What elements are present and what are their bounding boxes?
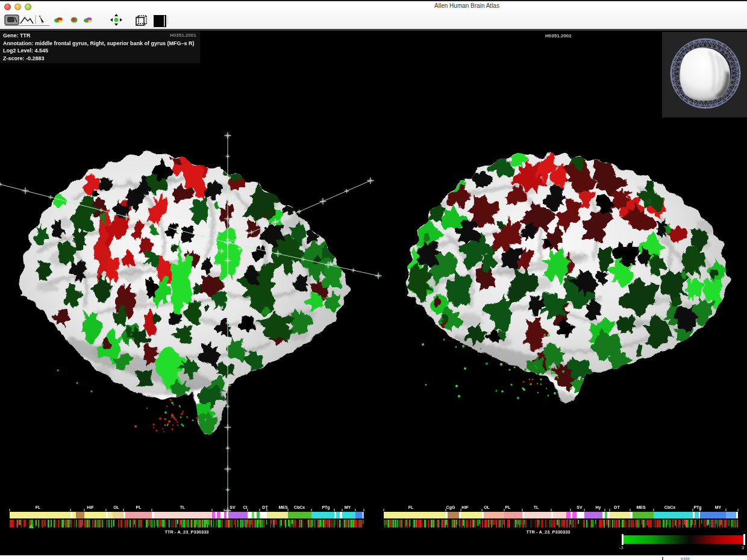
svg-text:DT: DT [262,505,268,509]
svg-text:TL: TL [180,505,186,509]
svg-text:SV: SV [230,505,236,509]
svg-text:-3: -3 [619,545,624,550]
svg-text:TTR - A_23_P330333: TTR - A_23_P330333 [526,529,570,535]
svg-text:PL: PL [136,505,142,509]
svg-text:PTg: PTg [322,505,330,510]
svg-text:FL: FL [36,505,41,509]
svg-text:HiF: HiF [87,505,94,509]
svg-text:FL: FL [408,505,414,509]
svg-text:SV: SV [577,505,583,509]
svg-text:PL: PL [505,505,511,509]
svg-text:DT: DT [614,505,620,509]
svg-text:PTg: PTg [693,505,701,510]
svg-text:Hy: Hy [596,505,601,510]
svg-text:MY: MY [715,505,722,509]
svg-text:MY: MY [345,505,351,509]
svg-text:CbCx: CbCx [294,505,305,509]
svg-text:TL: TL [534,505,539,509]
svg-text:TTR - A_23_P330333: TTR - A_23_P330333 [164,529,208,535]
svg-text:CbCx: CbCx [664,505,675,509]
svg-text:Cl: Cl [243,505,248,509]
svg-text:CgG: CgG [446,505,455,510]
svg-text:OL: OL [484,505,490,509]
svg-text:OL: OL [113,505,119,509]
svg-text:MES: MES [278,505,288,509]
svg-text:3: 3 [742,545,744,550]
svg-text:HiF: HiF [461,505,469,509]
svg-text:MES: MES [636,505,646,509]
